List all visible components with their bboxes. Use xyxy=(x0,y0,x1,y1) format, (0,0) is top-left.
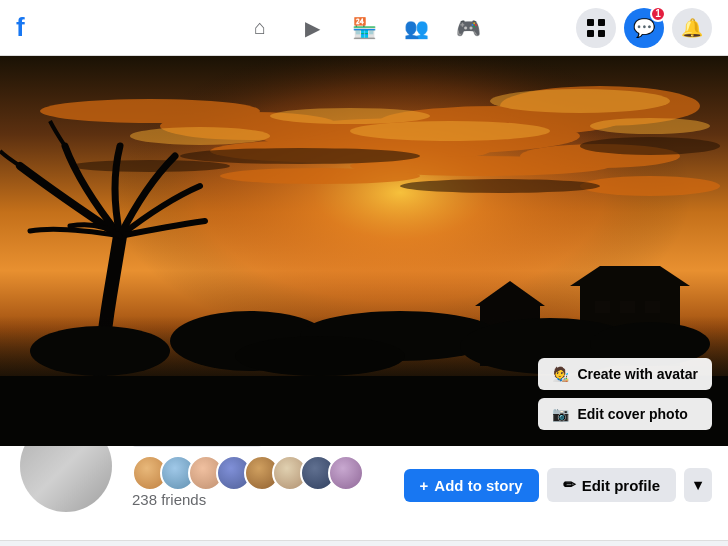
nav-center-icons: ⌂ ▶ 🏪 👥 🎮 xyxy=(236,6,492,50)
profile-section: 238 friends + Add to story ✏ Edit profil… xyxy=(0,446,728,541)
svg-rect-27 xyxy=(595,301,610,313)
more-options-button[interactable]: ▾ xyxy=(684,468,712,502)
edit-profile-button[interactable]: ✏ Edit profile xyxy=(547,468,676,502)
messenger-button[interactable]: 💬 1 xyxy=(624,8,664,48)
profile-bottom-row: 238 friends + Add to story ✏ Edit profil… xyxy=(16,446,712,524)
profile-left: 238 friends xyxy=(16,446,356,524)
create-with-avatar-button[interactable]: 🧑‍🎨 Create with avatar xyxy=(538,358,712,390)
cover-photo-buttons: 🧑‍🎨 Create with avatar 📷 Edit cover phot… xyxy=(538,358,712,430)
nav-left: f xyxy=(16,12,25,43)
svg-point-19 xyxy=(130,127,270,145)
svg-point-21 xyxy=(180,148,420,164)
svg-point-22 xyxy=(400,179,600,193)
cover-photo-container: 🧑‍🎨 Create with avatar 📷 Edit cover phot… xyxy=(0,56,728,446)
plus-icon: + xyxy=(420,477,429,494)
friends-avatars xyxy=(132,455,356,491)
chevron-down-icon: ▾ xyxy=(694,476,702,493)
top-navigation: f ⌂ ▶ 🏪 👥 🎮 💬 1 🔔 xyxy=(0,0,728,56)
edit-profile-label: Edit profile xyxy=(582,477,660,494)
avatar-icon: 🧑‍🎨 xyxy=(552,366,569,382)
nav-marketplace-btn[interactable]: 🏪 xyxy=(340,6,388,50)
svg-rect-1 xyxy=(598,19,605,26)
messenger-badge: 1 xyxy=(650,6,666,22)
svg-point-36 xyxy=(30,326,170,376)
svg-rect-3 xyxy=(598,30,605,37)
edit-cover-photo-button[interactable]: 📷 Edit cover photo xyxy=(538,398,712,430)
svg-point-38 xyxy=(235,336,405,376)
add-to-story-label: Add to story xyxy=(434,477,522,494)
svg-point-20 xyxy=(590,118,710,134)
profile-actions: + Add to story ✏ Edit profile ▾ xyxy=(404,468,712,502)
nav-home-btn[interactable]: ⌂ xyxy=(236,6,284,50)
friends-count: 238 friends xyxy=(132,491,356,508)
svg-point-18 xyxy=(490,89,670,113)
notifications-button[interactable]: 🔔 xyxy=(672,8,712,48)
pencil-icon: ✏ xyxy=(563,476,576,494)
nav-groups-btn[interactable]: 👥 xyxy=(392,6,440,50)
svg-rect-0 xyxy=(587,19,594,26)
svg-point-23 xyxy=(70,160,230,172)
svg-point-17 xyxy=(270,108,430,124)
svg-point-15 xyxy=(580,176,720,196)
camera-icon: 📷 xyxy=(552,406,569,422)
svg-point-13 xyxy=(220,168,420,184)
nav-gaming-btn[interactable]: 🎮 xyxy=(444,6,492,50)
facebook-logo: f xyxy=(16,12,25,43)
nav-right-buttons: 💬 1 🔔 xyxy=(576,8,712,48)
svg-rect-2 xyxy=(587,30,594,37)
svg-point-24 xyxy=(580,137,720,155)
svg-rect-28 xyxy=(620,301,635,313)
edit-cover-photo-label: Edit cover photo xyxy=(577,406,687,422)
nav-video-btn[interactable]: ▶ xyxy=(288,6,336,50)
svg-point-16 xyxy=(350,121,550,141)
create-with-avatar-label: Create with avatar xyxy=(577,366,698,382)
apps-grid-button[interactable] xyxy=(576,8,616,48)
svg-rect-29 xyxy=(645,301,660,313)
add-to-story-button[interactable]: + Add to story xyxy=(404,469,539,502)
svg-point-11 xyxy=(40,99,260,123)
friend-avatar-8 xyxy=(328,455,364,491)
